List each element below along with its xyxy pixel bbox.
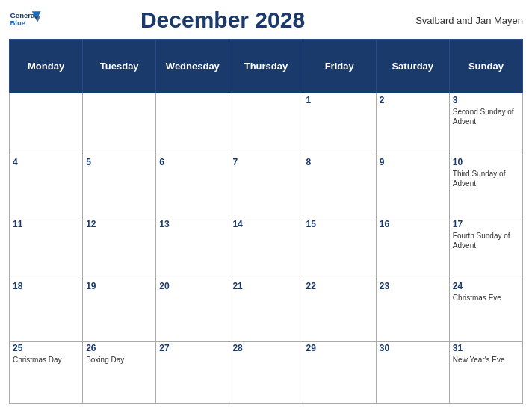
day-number: 6 [159,157,226,167]
day-number: 9 [380,157,446,167]
calendar-cell: 11 [10,217,83,279]
calendar-cell: 6 [156,155,229,217]
calendar-cell: 9 [376,155,449,217]
day-number: 4 [13,157,79,167]
calendar-cell: 21 [229,279,303,342]
logo-svg: General Blue [9,10,42,31]
calendar-cell: 20 [156,279,229,342]
calendar-cell: 27 [156,342,229,404]
weekday-header-thursday: Thursday [229,40,303,93]
holiday-label: Christmas Eve [453,293,519,303]
calendar-cell: 30 [376,342,449,404]
day-number: 15 [306,219,373,229]
weekday-header-saturday: Saturday [376,40,449,93]
day-number: 21 [232,281,299,291]
svg-text:Blue: Blue [10,19,25,27]
calendar-table: MondayTuesdayWednesdayThursdayFridaySatu… [9,39,523,404]
holiday-label: Second Sunday of Advent [453,107,519,126]
weekday-header-wednesday: Wednesday [156,40,229,93]
calendar-cell: 19 [83,279,156,342]
calendar-cell: 1 [303,93,376,155]
day-number: 10 [453,157,519,167]
calendar-week-row: 11121314151617Fourth Sunday of Advent [10,217,523,279]
weekday-header-sunday: Sunday [449,40,522,93]
calendar-cell: 31New Year's Eve [449,342,522,404]
calendar-cell: 3Second Sunday of Advent [449,93,522,155]
calendar-body: 123Second Sunday of Advent45678910Third … [10,93,523,404]
day-number: 14 [232,219,299,229]
calendar-cell: 2 [376,93,449,155]
weekday-header-tuesday: Tuesday [83,40,156,93]
weekday-header-monday: Monday [10,40,83,93]
calendar-cell: 14 [229,217,303,279]
weekday-header-row: MondayTuesdayWednesdayThursdayFridaySatu… [10,40,523,93]
calendar-cell: 29 [303,342,376,404]
day-number: 28 [232,343,299,353]
day-number: 1 [306,95,373,105]
calendar-cell: 26Boxing Day [83,342,156,404]
day-number: 22 [306,281,373,291]
day-number: 23 [380,281,446,291]
title-area: December 2028 [42,7,403,33]
calendar-cell [229,93,303,155]
day-number: 13 [159,219,226,229]
calendar-cell: 10Third Sunday of Advent [449,155,522,217]
holiday-label: New Year's Eve [453,355,519,365]
calendar-cell: 17Fourth Sunday of Advent [449,217,522,279]
day-number: 16 [380,219,446,229]
calendar-container: General Blue December 2028 Svalbard and … [0,0,532,411]
month-title: December 2028 [42,7,403,33]
weekday-header-friday: Friday [303,40,376,93]
day-number: 26 [86,343,152,353]
calendar-cell: 12 [83,217,156,279]
day-number: 27 [159,343,226,353]
calendar-cell: 24Christmas Eve [449,279,522,342]
calendar-cell: 13 [156,217,229,279]
calendar-cell: 25Christmas Day [10,342,83,404]
day-number: 31 [453,343,519,353]
calendar-cell [83,93,156,155]
calendar-week-row: 25Christmas Day26Boxing Day2728293031New… [10,342,523,404]
holiday-label: Third Sunday of Advent [453,169,519,188]
day-number: 25 [13,343,79,353]
day-number: 8 [306,157,373,167]
day-number: 12 [86,219,152,229]
holiday-label: Christmas Day [13,355,79,365]
calendar-cell: 4 [10,155,83,217]
calendar-cell: 23 [376,279,449,342]
calendar-week-row: 123Second Sunday of Advent [10,93,523,155]
day-number: 30 [380,343,446,353]
day-number: 29 [306,343,373,353]
day-number: 3 [453,95,519,105]
holiday-label: Fourth Sunday of Advent [453,231,519,250]
day-number: 20 [159,281,226,291]
region-label: Svalbard and Jan Mayen [403,15,523,26]
day-number: 5 [86,157,152,167]
logo: General Blue [9,10,42,31]
calendar-cell: 5 [83,155,156,217]
calendar-cell: 15 [303,217,376,279]
day-number: 19 [86,281,152,291]
header: General Blue December 2028 Svalbard and … [9,7,523,33]
calendar-cell: 28 [229,342,303,404]
calendar-cell [156,93,229,155]
day-number: 2 [380,95,446,105]
calendar-week-row: 45678910Third Sunday of Advent [10,155,523,217]
calendar-cell: 16 [376,217,449,279]
calendar-week-row: 18192021222324Christmas Eve [10,279,523,342]
calendar-cell [10,93,83,155]
calendar-cell: 22 [303,279,376,342]
calendar-cell: 7 [229,155,303,217]
calendar-cell: 8 [303,155,376,217]
day-number: 7 [232,157,299,167]
holiday-label: Boxing Day [86,355,152,365]
calendar-cell: 18 [10,279,83,342]
day-number: 24 [453,281,519,291]
day-number: 17 [453,219,519,229]
day-number: 18 [13,281,79,291]
day-number: 11 [13,219,79,229]
